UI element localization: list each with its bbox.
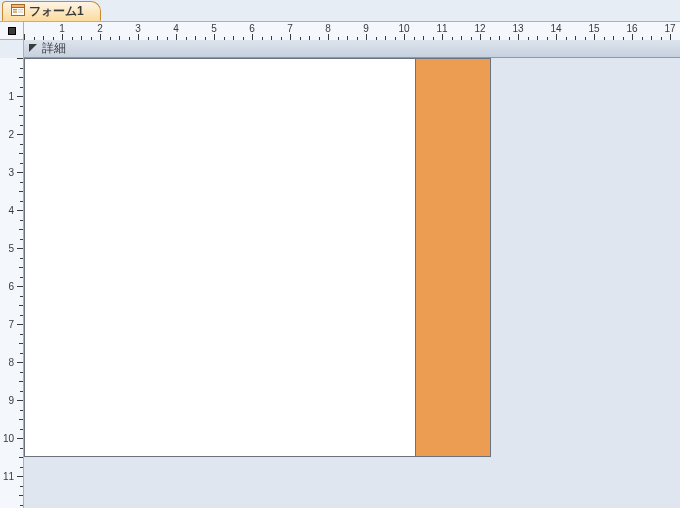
- horizontal-ruler-row: 1234567891011121314151617: [0, 22, 680, 40]
- hruler-label: 2: [97, 23, 103, 34]
- svg-rect-1: [12, 4, 25, 7]
- hruler-label: 6: [249, 23, 255, 34]
- vruler-label: 5: [8, 243, 14, 254]
- orange-rectangle-control[interactable]: [415, 59, 491, 456]
- hruler-label: 12: [474, 23, 485, 34]
- vruler-label: 1: [8, 91, 14, 102]
- svg-rect-5: [18, 11, 23, 12]
- design-surface[interactable]: [24, 58, 680, 508]
- vruler-label: 4: [8, 205, 14, 216]
- hruler-label: 17: [664, 23, 675, 34]
- hruler-label: 8: [325, 23, 331, 34]
- tab-title: フォーム1: [29, 3, 84, 20]
- body-row: 123456789101112: [0, 58, 680, 508]
- hruler-label: 9: [363, 23, 369, 34]
- svg-rect-2: [13, 9, 17, 10]
- hruler-label: 4: [173, 23, 179, 34]
- svg-marker-6: [29, 44, 37, 52]
- section-left-stub: [0, 40, 24, 58]
- vruler-label: 8: [8, 357, 14, 368]
- hruler-label: 11: [436, 23, 447, 34]
- form-selector-box[interactable]: [0, 22, 24, 40]
- hruler-label: 5: [211, 23, 217, 34]
- detail-section-label: 詳細: [42, 40, 66, 57]
- hruler-label: 1: [59, 23, 65, 34]
- hruler-label: 7: [287, 23, 293, 34]
- vruler-label: 6: [8, 281, 14, 292]
- horizontal-ruler[interactable]: 1234567891011121314151617: [24, 22, 680, 40]
- form-canvas[interactable]: [24, 58, 491, 457]
- hruler-label: 10: [398, 23, 409, 34]
- hruler-label: 3: [135, 23, 141, 34]
- canvas-left-region[interactable]: [25, 59, 415, 456]
- vruler-label: 9: [8, 395, 14, 406]
- hruler-label: 13: [512, 23, 523, 34]
- section-marker-icon: [28, 42, 38, 56]
- hruler-label: 16: [626, 23, 637, 34]
- tab-form1[interactable]: フォーム1: [2, 1, 101, 21]
- hruler-label: 15: [588, 23, 599, 34]
- vruler-label: 7: [8, 319, 14, 330]
- detail-section-header[interactable]: 詳細: [24, 40, 680, 57]
- form-icon: [11, 4, 25, 19]
- vruler-label: 10: [3, 433, 14, 444]
- hruler-label: 14: [550, 23, 561, 34]
- vruler-label: 3: [8, 167, 14, 178]
- vertical-ruler[interactable]: 123456789101112: [0, 58, 24, 508]
- tab-bar: フォーム1: [0, 0, 680, 22]
- section-header-row: 詳細: [0, 40, 680, 58]
- form-selector-icon: [8, 27, 16, 35]
- svg-rect-3: [13, 11, 17, 12]
- svg-rect-4: [18, 9, 23, 10]
- vruler-label: 11: [3, 471, 14, 482]
- vruler-label: 2: [8, 129, 14, 140]
